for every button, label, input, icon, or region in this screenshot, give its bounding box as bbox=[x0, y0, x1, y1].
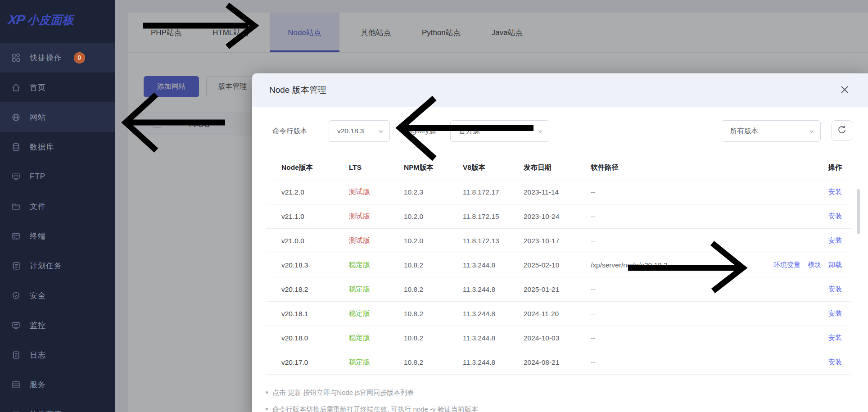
monitor-icon bbox=[11, 320, 21, 330]
sidebar-item-FTP[interactable]: FTPFTP bbox=[0, 162, 115, 191]
row-actions: 安装 bbox=[764, 309, 842, 318]
lts-badge: 稳定版 bbox=[349, 260, 404, 270]
npm-version-cell: 10.8.2 bbox=[404, 310, 463, 318]
node-version-cell: v20.18.1 bbox=[281, 310, 349, 318]
close-icon[interactable] bbox=[836, 81, 853, 98]
note-text: 点击 更新 按钮立即与Node.js官网同步版本列表 bbox=[272, 389, 414, 397]
node-version-cell: v20.18.3 bbox=[281, 261, 349, 269]
folder-icon bbox=[11, 201, 21, 211]
sidebar-item-label: 服务 bbox=[30, 380, 46, 390]
npm-version-cell: 10.2.0 bbox=[404, 237, 463, 245]
action-link-安装[interactable]: 安装 bbox=[828, 309, 842, 318]
note-line: 点击 更新 按钮立即与Node.js官网同步版本列表 bbox=[266, 389, 851, 397]
scrollbar-thumb[interactable] bbox=[857, 189, 860, 234]
shield-icon bbox=[11, 290, 21, 300]
sidebar-item-label: 快捷操作 bbox=[30, 53, 62, 63]
npm-version-cell: 10.2.0 bbox=[404, 213, 463, 221]
sidebar-item-label: 终端 bbox=[30, 231, 46, 241]
action-link-模块[interactable]: 模块 bbox=[808, 261, 821, 269]
sidebar-item-label: 软件商店 bbox=[30, 409, 62, 412]
npm-version-cell: 10.8.2 bbox=[404, 334, 463, 342]
sidebar-item-label: 日志 bbox=[30, 350, 46, 360]
lts-badge: 稳定版 bbox=[349, 333, 404, 343]
action-link-安装[interactable]: 安装 bbox=[828, 236, 842, 245]
node-version-cell: v21.1.0 bbox=[281, 213, 349, 221]
sidebar-item-label: 数据库 bbox=[30, 142, 54, 152]
row-actions: 安装 bbox=[764, 358, 842, 367]
sidebar-item-label: 监控 bbox=[30, 320, 46, 331]
chevron-down-icon bbox=[809, 128, 815, 136]
ftp-icon: FTP bbox=[11, 172, 21, 181]
v8-version-cell: 11.3.244.8 bbox=[463, 358, 524, 367]
node-version-cell: v20.18.2 bbox=[281, 285, 349, 294]
v8-version-cell: 11.3.244.8 bbox=[463, 310, 524, 318]
sidebar-item-label: 计划任务 bbox=[30, 261, 62, 271]
sidebar-item-终端[interactable]: 终端 bbox=[0, 221, 115, 251]
lts-badge: 测试版 bbox=[349, 212, 404, 221]
modal-notes: 点击 更新 按钮立即与Node.js官网同步版本列表命令行版本切换后需重新打开终… bbox=[266, 389, 851, 412]
modal-header: Node 版本管理 bbox=[252, 73, 868, 107]
registry-select[interactable]: 官方源 bbox=[450, 120, 549, 142]
action-link-安装[interactable]: 安装 bbox=[828, 285, 842, 294]
sidebar-item-监控[interactable]: 监控 bbox=[0, 310, 115, 340]
row-actions: 安装 bbox=[764, 285, 842, 294]
service-icon bbox=[11, 380, 21, 389]
release-date-cell: 2024-10-03 bbox=[524, 334, 591, 342]
npm-version-cell: 10.8.2 bbox=[404, 358, 463, 367]
home-icon bbox=[11, 82, 21, 92]
software-path-cell: /xp/server/node/v20.18.3 bbox=[591, 261, 764, 269]
sidebar-item-数据库[interactable]: 数据库 bbox=[0, 132, 115, 162]
table-row: v20.18.3稳定版10.8.211.3.244.82025-02-10/xp… bbox=[266, 253, 851, 277]
action-link-卸载[interactable]: 卸载 bbox=[828, 261, 842, 269]
release-date-cell: 2025-02-10 bbox=[524, 261, 591, 269]
column-header: 发布日期 bbox=[524, 163, 591, 172]
modal-title: Node 版本管理 bbox=[269, 84, 326, 96]
svg-text:FTP: FTP bbox=[14, 175, 18, 177]
table-row: v21.2.0测试版10.2.311.8.172.172023-11-14--安… bbox=[266, 180, 851, 204]
row-actions: 安装 bbox=[764, 334, 842, 342]
row-actions: 环境变量模块卸载 bbox=[764, 261, 842, 269]
registry-value: 官方源 bbox=[459, 127, 480, 136]
sidebar-item-软件商店[interactable]: 软件商店 bbox=[0, 399, 115, 412]
table-row: v20.18.1稳定版10.8.211.3.244.82024-11-20--安… bbox=[266, 302, 851, 326]
sidebar-item-安全[interactable]: 安全 bbox=[0, 281, 115, 310]
sidebar-item-网站[interactable]: 网站 bbox=[0, 102, 115, 132]
release-date-cell: 2024-11-20 bbox=[524, 310, 591, 318]
action-link-安装[interactable]: 安装 bbox=[828, 212, 842, 221]
software-path-cell: -- bbox=[591, 213, 764, 221]
v8-version-cell: 11.3.244.8 bbox=[463, 261, 524, 269]
column-header: NPM版本 bbox=[404, 163, 463, 172]
sidebar-item-首页[interactable]: 首页 bbox=[0, 72, 115, 102]
action-link-安装[interactable]: 安装 bbox=[828, 358, 842, 367]
cli-version-select[interactable]: v20.18.3 bbox=[329, 120, 390, 142]
release-date-cell: 2024-08-21 bbox=[524, 358, 591, 367]
column-header: Node版本 bbox=[281, 163, 349, 172]
row-actions: 安装 bbox=[764, 212, 842, 221]
table-row: v20.18.2稳定版10.8.211.3.244.82025-01-21--安… bbox=[266, 277, 851, 302]
note-text: 命令行版本切换后需重新打开终端生效, 可执行 node -v 验证当前版本 bbox=[272, 405, 478, 412]
xp-logo-icon: XP bbox=[7, 12, 26, 27]
npm-version-cell: 10.8.2 bbox=[404, 261, 463, 269]
sidebar-item-服务[interactable]: 服务 bbox=[0, 370, 115, 399]
store-icon bbox=[11, 409, 21, 412]
sidebar-item-计划任务[interactable]: 计划任务 bbox=[0, 251, 115, 281]
node-version-modal: Node 版本管理 命令行版本 v20.18.3 Registry源 官方源 所… bbox=[252, 73, 868, 412]
refresh-button[interactable] bbox=[832, 120, 852, 141]
node-version-cell: v20.18.0 bbox=[281, 334, 349, 342]
sidebar-item-快捷操作[interactable]: 快捷操作0 bbox=[0, 43, 115, 72]
tasks-icon bbox=[11, 261, 21, 271]
quick-actions-badge: 0 bbox=[74, 52, 85, 63]
v8-version-cell: 11.8.172.15 bbox=[463, 213, 524, 221]
sidebar-item-label: FTP bbox=[30, 172, 45, 181]
action-link-环境变量[interactable]: 环境变量 bbox=[773, 261, 800, 269]
column-header: V8版本 bbox=[463, 163, 524, 172]
note-line: 命令行版本切换后需重新打开终端生效, 可执行 node -v 验证当前版本 bbox=[266, 405, 851, 412]
table-row: v20.18.0稳定版10.8.211.3.244.82024-10-03--安… bbox=[266, 326, 851, 350]
version-filter-select[interactable]: 所有版本 bbox=[722, 120, 821, 142]
sidebar-item-文件[interactable]: 文件 bbox=[0, 191, 115, 221]
sidebar-item-日志[interactable]: 日志 bbox=[0, 340, 115, 370]
sidebar: XP 小皮面板 快捷操作0首页网站数据库FTPFTP文件终端计划任务安全监控日志… bbox=[0, 0, 115, 412]
action-link-安装[interactable]: 安装 bbox=[828, 334, 842, 342]
action-link-安装[interactable]: 安装 bbox=[828, 188, 842, 196]
release-date-cell: 2023-11-14 bbox=[524, 188, 591, 196]
